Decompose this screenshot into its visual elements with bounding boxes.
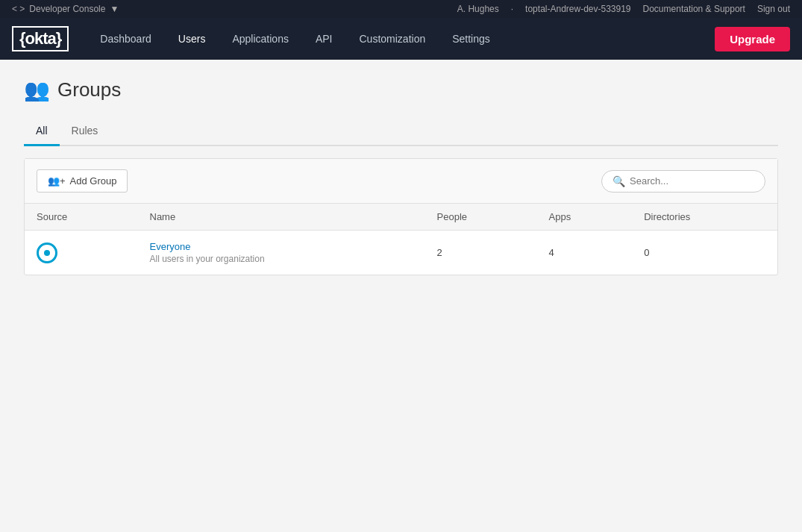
groups-table: Source Name People Apps Directories Ever… [25, 204, 777, 275]
tab-all[interactable]: All [24, 117, 60, 146]
page-title: Groups [57, 78, 121, 101]
nav-links: Dashboard Users Applications API Customi… [87, 18, 715, 60]
source-icon-inner [44, 250, 50, 256]
cell-apps: 4 [537, 231, 633, 275]
nav-applications[interactable]: Applications [219, 18, 302, 60]
table-header: Source Name People Apps Directories [25, 204, 777, 231]
user-name: A. Hughes [457, 4, 499, 14]
navbar: {okta} Dashboard Users Applications API … [0, 18, 802, 60]
col-name: Name [138, 204, 425, 231]
chevron-left-icon: < > [12, 4, 25, 14]
search-icon: 🔍 [613, 175, 625, 187]
col-directories: Directories [632, 204, 777, 231]
col-source: Source [25, 204, 138, 231]
upgrade-button[interactable]: Upgrade [715, 27, 790, 51]
nav-dashboard[interactable]: Dashboard [87, 18, 165, 60]
chevron-down-icon: ▼ [110, 4, 119, 14]
add-group-label: Add Group [70, 175, 117, 187]
page-content: 👥 Groups All Rules 👥+ Add Group 🔍 Source [0, 60, 802, 532]
signout-link[interactable]: Sign out [757, 4, 790, 14]
tab-rules[interactable]: Rules [60, 117, 110, 146]
top-bar-right: A. Hughes · toptal-Andrew-dev-533919 Doc… [457, 4, 790, 14]
nav-customization[interactable]: Customization [346, 18, 439, 60]
search-input[interactable] [630, 175, 754, 187]
nav-settings[interactable]: Settings [439, 18, 504, 60]
cell-name: Everyone All users in your organization [138, 231, 425, 275]
cell-source [25, 231, 138, 275]
docs-link[interactable]: Documentation & Support [643, 4, 745, 14]
tabs: All Rules [24, 117, 778, 146]
main-card: 👥+ Add Group 🔍 Source Name People Apps D… [24, 158, 778, 275]
add-group-button[interactable]: 👥+ Add Group [37, 169, 128, 193]
col-apps: Apps [537, 204, 633, 231]
toolbar: 👥+ Add Group 🔍 [25, 159, 777, 204]
add-group-icon: 👥+ [48, 175, 66, 187]
search-box: 🔍 [601, 170, 765, 193]
okta-logo[interactable]: {okta} [12, 26, 69, 51]
col-people: People [425, 204, 537, 231]
source-okta-icon [37, 242, 57, 263]
page-title-row: 👥 Groups [24, 78, 778, 102]
group-description: All users in your organization [150, 254, 413, 264]
cell-directories: 0 [632, 231, 777, 275]
table-row: Everyone All users in your organization … [25, 231, 777, 275]
top-bar: < > Developer Console ▼ A. Hughes · topt… [0, 0, 802, 18]
org-name: toptal-Andrew-dev-533919 [525, 4, 630, 14]
developer-console-label[interactable]: Developer Console [29, 4, 105, 14]
group-name-link[interactable]: Everyone [150, 241, 413, 252]
top-bar-left: < > Developer Console ▼ [12, 4, 119, 14]
nav-api[interactable]: API [302, 18, 346, 60]
separator: · [511, 4, 513, 14]
cell-people: 2 [425, 231, 537, 275]
logo-text: {okta} [19, 29, 61, 48]
table-body: Everyone All users in your organization … [25, 231, 777, 275]
groups-icon: 👥 [24, 78, 50, 102]
nav-users[interactable]: Users [165, 18, 219, 60]
